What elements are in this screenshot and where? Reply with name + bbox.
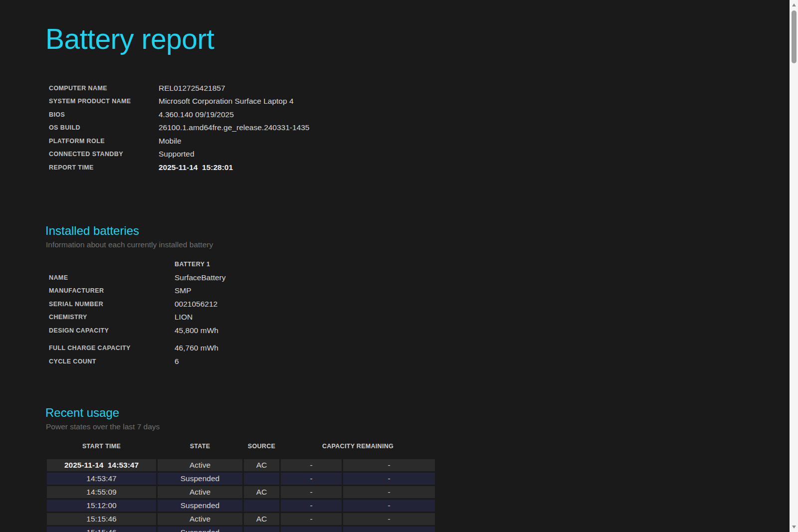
usage-table-row: 15:15:46 Active AC - -	[47, 513, 435, 525]
capacity-percent-cell: -	[281, 486, 342, 498]
battery-value: 45,800 mWh	[175, 326, 218, 335]
usage-header-row: START TIME STATE SOURCE CAPACITY REMAINI…	[47, 442, 435, 458]
battery-label: MANUFACTURER	[49, 287, 175, 294]
source-cell: AC	[244, 459, 279, 471]
recent-usage-subtitle: Power states over the last 7 days	[46, 421, 790, 432]
column-header-start-time: START TIME	[47, 442, 156, 458]
info-value: 4.360.140 09/19/2025	[159, 110, 234, 119]
info-value: REL012725421857	[159, 84, 225, 93]
column-header-capacity-remaining: CAPACITY REMAINING	[281, 442, 435, 458]
battery-row: SERIAL NUMBER 0021056212	[49, 297, 790, 311]
usage-table-row: 15:12:00 Suspended - -	[47, 500, 435, 512]
info-label: COMPUTER NAME	[49, 85, 159, 92]
usage-table-row: 15:15:46 Suspended - -	[47, 527, 435, 532]
section-heading-installed-batteries: Installed batteries	[45, 223, 790, 238]
info-row: COMPUTER NAME REL012725421857	[49, 81, 790, 95]
installed-batteries-subtitle: Information about each currently install…	[46, 239, 790, 250]
capacity-percent-cell: -	[281, 473, 342, 485]
scrollbar-thumb[interactable]	[792, 10, 797, 63]
info-label: PLATFORM ROLE	[49, 138, 159, 145]
battery-label: FULL CHARGE CAPACITY	[49, 345, 175, 352]
state-cell: Active	[158, 459, 242, 471]
usage-table-row: 14:53:47 Suspended - -	[47, 473, 435, 485]
battery-row: DESIGN CAPACITY 45,800 mWh	[49, 324, 790, 337]
source-cell	[244, 527, 279, 532]
info-value: 26100.1.amd64fre.ge_release.240331-1435	[159, 123, 310, 132]
battery-header-row: BATTERY 1	[49, 258, 790, 271]
section-heading-recent-usage: Recent usage	[45, 405, 790, 420]
capacity-percent-cell: -	[281, 459, 342, 471]
capacity-mwh-cell: -	[343, 513, 435, 525]
start-time-cell: 15:15:46	[47, 513, 156, 525]
battery-value: SurfaceBattery	[175, 273, 226, 282]
battery-label: DESIGN CAPACITY	[49, 327, 175, 334]
info-label: CONNECTED STANDBY	[49, 151, 159, 158]
capacity-mwh-cell: -	[343, 473, 435, 485]
info-row: BIOS 4.360.140 09/19/2025	[49, 108, 790, 121]
info-row: SYSTEM PRODUCT NAME Microsoft Corporatio…	[49, 95, 790, 108]
scroll-up-icon[interactable]	[792, 3, 796, 6]
start-time-cell: 14:55:09	[47, 486, 156, 498]
battery-label: CYCLE COUNT	[49, 358, 175, 365]
battery-label: CHEMISTRY	[49, 314, 175, 321]
battery-row: FULL CHARGE CAPACITY 46,760 mWh	[49, 342, 790, 355]
info-label: OS BUILD	[49, 124, 159, 131]
state-cell: Suspended	[158, 500, 242, 512]
source-cell: AC	[244, 486, 279, 498]
source-cell: AC	[244, 513, 279, 525]
column-header-state: STATE	[158, 442, 242, 458]
state-cell: Suspended	[158, 473, 242, 485]
state-cell: Active	[158, 513, 242, 525]
info-label: BIOS	[49, 111, 159, 118]
capacity-percent-cell: -	[281, 513, 342, 525]
state-cell: Active	[158, 486, 242, 498]
capacity-percent-cell: -	[281, 527, 342, 532]
battery-row: NAME SurfaceBattery	[49, 271, 790, 284]
capacity-mwh-cell: -	[343, 486, 435, 498]
battery-row: CHEMISTRY LION	[49, 311, 790, 324]
battery-value: 0021056212	[175, 300, 217, 309]
report-time-value: 2025-11-14 15:28:01	[159, 163, 233, 172]
info-label: SYSTEM PRODUCT NAME	[49, 98, 159, 105]
battery-label: SERIAL NUMBER	[49, 301, 175, 308]
info-value: Mobile	[159, 137, 182, 146]
start-time-cell: 14:53:47	[47, 473, 156, 485]
battery-label: NAME	[49, 274, 175, 281]
info-value: Supported	[159, 150, 195, 159]
capacity-percent-cell: -	[281, 500, 342, 512]
scrollbar[interactable]	[790, 0, 798, 532]
state-cell: Suspended	[158, 527, 242, 532]
info-label: REPORT TIME	[49, 164, 159, 171]
battery-value: 6	[175, 357, 179, 366]
battery-row: CYCLE COUNT 6	[49, 355, 790, 368]
battery-row: MANUFACTURER SMP	[49, 284, 790, 298]
usage-table-row: 14:55:09 Active AC - -	[47, 486, 435, 498]
start-time-cell: 15:12:00	[47, 500, 156, 512]
battery-value: LION	[175, 313, 193, 322]
battery-report-page: Battery report COMPUTER NAME REL01272542…	[0, 0, 790, 532]
capacity-mwh-cell: -	[343, 459, 435, 471]
usage-table-row: 2025-11-14 14:53:47 Active AC - -	[47, 459, 435, 471]
scroll-down-icon[interactable]	[792, 526, 796, 529]
source-cell	[244, 500, 279, 512]
page-title: Battery report	[45, 22, 790, 56]
info-value: Microsoft Corporation Surface Laptop 4	[159, 97, 294, 106]
column-header-source: SOURCE	[244, 442, 279, 458]
battery-value: 46,760 mWh	[175, 344, 218, 353]
battery-column-header: BATTERY 1	[175, 261, 210, 268]
recent-usage-table: START TIME STATE SOURCE CAPACITY REMAINI…	[45, 441, 436, 532]
info-row: REPORT TIME 2025-11-14 15:28:01	[49, 161, 790, 174]
info-row: CONNECTED STANDBY Supported	[49, 148, 790, 161]
capacity-mwh-cell: -	[343, 500, 435, 512]
system-info-table: COMPUTER NAME REL012725421857 SYSTEM PRO…	[49, 81, 790, 174]
info-row: OS BUILD 26100.1.amd64fre.ge_release.240…	[49, 121, 790, 135]
battery-info-table: BATTERY 1 NAME SurfaceBattery MANUFACTUR…	[49, 258, 790, 368]
start-time-cell: 15:15:46	[47, 527, 156, 532]
info-row: PLATFORM ROLE Mobile	[49, 134, 790, 148]
source-cell	[244, 473, 279, 485]
start-time-cell: 2025-11-14 14:53:47	[47, 459, 156, 471]
battery-value: SMP	[175, 286, 192, 295]
capacity-mwh-cell: -	[343, 527, 435, 532]
